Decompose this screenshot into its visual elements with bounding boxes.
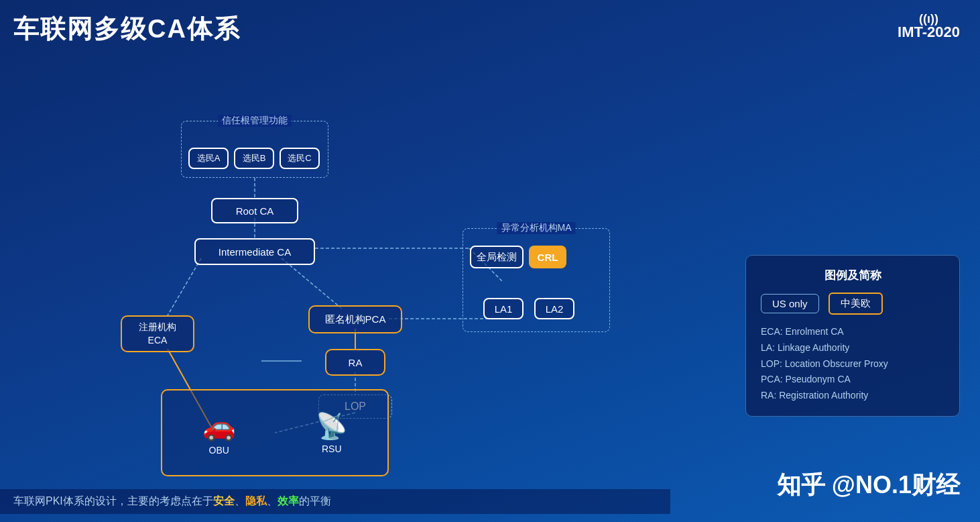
legend-item-la: LA: Linkage Authority (761, 340, 944, 356)
legend-item-eca: ECA: Enrolment CA (761, 324, 944, 340)
root-ca-box: Root CA (211, 198, 298, 223)
legend-title: 图例及简称 (761, 268, 944, 283)
ra-box: RA (325, 349, 385, 376)
la2-box: LA2 (534, 298, 574, 319)
trust-root-label: 信任根管理功能 (218, 115, 292, 127)
tagline: 车联网PKI体系的设计，主要的考虑点在于安全、隐私、效率的平衡 (0, 489, 670, 514)
obu-rsu-area: 🚗 OBU 📡 RSU (161, 389, 389, 476)
rsu-icon: 📡 (316, 411, 347, 441)
legend-badges: US only 中美欧 (761, 293, 944, 315)
tagline-suffix: 的平衡 (299, 495, 331, 507)
tagline-highlight2: 隐私 (245, 495, 267, 507)
cn-us-eu-badge: 中美欧 (829, 293, 883, 315)
elector-a: 选民A (188, 148, 229, 169)
logo: ((ı)) IMT-2020 (898, 12, 960, 41)
obu-device: 🚗 OBU (202, 411, 236, 456)
anomaly-area: 异常分析机构MA 全局检测 CRL LA1 LA2 (463, 228, 610, 332)
obu-icon: 🚗 (202, 411, 236, 442)
pca-box: 匿名机构PCA (308, 305, 402, 333)
tagline-prefix: 车联网PKI体系的设计，主要的考虑点在于 (13, 495, 213, 507)
elector-c: 选民C (280, 148, 320, 169)
eca-box: 注册机构 ECA (121, 315, 194, 352)
crl-box: CRL (529, 246, 566, 268)
tagline-sep1: 、 (235, 495, 245, 507)
obu-label: OBU (209, 445, 229, 456)
legend-item-ra: RA: Registration Authority (761, 388, 944, 404)
la1-box: LA1 (483, 298, 524, 319)
anomaly-label: 异常分析机构MA (497, 222, 576, 234)
elector-b: 选民B (234, 148, 274, 169)
legend-panel: 图例及简称 US only 中美欧 ECA: Enrolment CA LA: … (745, 255, 960, 417)
tagline-highlight1: 安全 (213, 495, 235, 507)
tagline-highlight3: 效率 (278, 495, 299, 507)
page-title: 车联网多级CA体系 (13, 12, 241, 46)
svg-line-3 (282, 258, 342, 309)
rsu-device: 📡 RSU (316, 411, 347, 454)
rsu-label: RSU (322, 443, 342, 454)
trust-root-box: 信任根管理功能 选民A 选民B 选民C (181, 121, 328, 178)
svg-line-2 (168, 258, 201, 315)
zhihu-brand: 知乎 @NO.1财经 (777, 469, 960, 502)
global-detect-box: 全局检测 (470, 246, 524, 268)
legend-descriptions: ECA: Enrolment CA LA: Linkage Authority … (761, 324, 944, 404)
tagline-sep2: 、 (267, 495, 278, 507)
legend-item-pca: PCA: Pseudonym CA (761, 372, 944, 388)
us-only-badge: US only (761, 294, 819, 313)
diagram-area: 信任根管理功能 选民A 选民B 选民C Root CA Intermediate… (67, 60, 670, 503)
legend-item-lop: LOP: Location Obscurer Proxy (761, 356, 944, 372)
intermediate-ca-box: Intermediate CA (194, 238, 315, 265)
